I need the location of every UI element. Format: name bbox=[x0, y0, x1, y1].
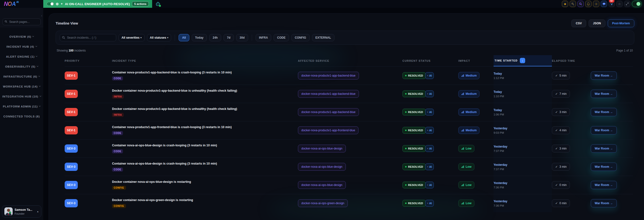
ai-label: AI bbox=[429, 110, 432, 114]
sidebar-item-incident-hub[interactable]: INCIDENT HUB (4) bbox=[0, 42, 43, 52]
check-icon: ✓ bbox=[555, 183, 558, 187]
search-button[interactable] bbox=[578, 1, 584, 7]
time-started-clock: 7:37 PM bbox=[494, 168, 552, 171]
range-filter-all[interactable]: All bbox=[178, 34, 189, 41]
sidebar-item-infrastructure[interactable]: INFRASTRUCTURE (6) bbox=[0, 72, 43, 82]
user-profile-card[interactable]: Samson Ta... Founder ▲ bbox=[2, 206, 41, 218]
time-started-date: Yesterday bbox=[494, 127, 552, 130]
affected-service-chip[interactable]: docker-nova-productv1-app-backend-blue bbox=[298, 90, 359, 98]
affected-service-chip[interactable]: docker-nova-productv1-app-frontend-blue bbox=[298, 126, 358, 134]
json-export-button[interactable]: JSON bbox=[588, 20, 605, 27]
user-name: Samson Ta... bbox=[14, 208, 32, 212]
war-room-button[interactable]: War Room → bbox=[591, 181, 617, 189]
time-started-clock: 1:12 PM bbox=[494, 76, 552, 80]
sidebar-item-overview[interactable]: OVERVIEW (6) bbox=[0, 32, 43, 42]
user-role: Founder bbox=[14, 212, 32, 215]
notifications-button[interactable] bbox=[585, 1, 592, 7]
ai-oncall-toggle[interactable] bbox=[47, 2, 54, 6]
sidebar-search-input[interactable] bbox=[2, 18, 41, 25]
ai-label: AI bbox=[429, 202, 432, 205]
divider bbox=[175, 34, 175, 41]
shortcuts-button[interactable]: 47 bbox=[608, 1, 615, 7]
export-buttons: CSV JSON Post-Mortem bbox=[571, 20, 634, 27]
elapsed-time-pill: ✓7 min bbox=[552, 90, 570, 98]
range-filter-30d[interactable]: 30d bbox=[236, 34, 248, 41]
severity-badge: SEV-3 bbox=[65, 199, 78, 207]
chat-button[interactable] bbox=[601, 1, 607, 7]
war-room-button[interactable]: War Room → bbox=[591, 163, 617, 171]
war-room-button[interactable]: War Room → bbox=[591, 144, 617, 153]
impact-bars-icon bbox=[461, 110, 464, 114]
sidebar-item-label: OBSERVABILITY (5) bbox=[5, 65, 36, 68]
category-filter-infra[interactable]: INFRA bbox=[256, 34, 272, 41]
status-label: RESOLVED bbox=[408, 92, 423, 95]
range-filter-7d[interactable]: 7d bbox=[224, 34, 234, 41]
war-room-button[interactable]: War Room → bbox=[591, 90, 617, 98]
sidebar-item-connected-tools[interactable]: CONNECTED TOOLS (8) bbox=[0, 111, 43, 121]
time-started-date: Yesterday bbox=[494, 145, 552, 148]
sidebar-item-observability[interactable]: OBSERVABILITY (5) bbox=[0, 62, 43, 72]
top-bar: NOA AI ✦ AI ON-CALL ENGINEER (AUTO-RESOL… bbox=[0, 0, 644, 8]
sort-descending-button[interactable]: ↓ bbox=[520, 58, 525, 63]
impact-label: Low bbox=[466, 147, 472, 150]
status-dot bbox=[405, 93, 406, 94]
impact-label: Medium bbox=[466, 92, 476, 96]
time-started-date: Yesterday bbox=[494, 163, 552, 166]
sidebar-item-integration-hub[interactable]: INTEGRATION HUB (10) bbox=[0, 92, 43, 101]
affected-service-chip[interactable]: docker-nova-ai-ops-blue-design bbox=[298, 163, 346, 171]
table-row: SEV-3 Docker container nova-ai-ops-green… bbox=[65, 194, 633, 212]
check-icon: ✓ bbox=[555, 92, 558, 96]
category-filter-code[interactable]: CODE bbox=[274, 34, 289, 41]
power-toggle[interactable] bbox=[632, 1, 642, 7]
status-label: RESOLVED bbox=[408, 74, 423, 77]
sidebar-item-alert-engine[interactable]: ALERT ENGINE (1) bbox=[0, 52, 43, 62]
category-filter-external[interactable]: EXTERNAL bbox=[312, 34, 335, 41]
war-room-button[interactable]: War Room → bbox=[591, 72, 617, 80]
post-mortem-button[interactable]: Post-Mortem bbox=[608, 20, 634, 27]
range-filter-today[interactable]: Today bbox=[192, 34, 207, 41]
time-started-clock: 7:37 PM bbox=[494, 150, 552, 152]
incident-title: Container nova-productv1-app-backend-blu… bbox=[112, 71, 298, 74]
sidebar-item-platform-admin[interactable]: PLATFORM ADMIN (11) bbox=[0, 101, 43, 111]
sidebar-collapse-button[interactable]: ‹ bbox=[41, 14, 42, 18]
header-time-started[interactable]: TIME STARTED↓ bbox=[494, 55, 552, 66]
dropdown-arrow-icon: ▾ bbox=[167, 36, 168, 39]
sidebar-item-label: ALERT ENGINE (1) bbox=[6, 55, 34, 58]
status-badge: RESOLVED bbox=[402, 145, 426, 152]
app-logo[interactable]: NOA AI bbox=[0, 0, 43, 8]
severity-filter-dropdown[interactable]: All severities▾ bbox=[118, 34, 144, 41]
affected-service-chip[interactable]: docker-nova-ai-ops-green-design bbox=[298, 199, 348, 207]
status-filter-dropdown[interactable]: All statuses▾ bbox=[147, 34, 171, 41]
results-summary: Showing 100 incidents Page 1 of 10 bbox=[49, 45, 644, 55]
status-badge: RESOLVED bbox=[402, 127, 426, 134]
ai-assistant-button[interactable] bbox=[152, 0, 164, 8]
csv-export-button[interactable]: CSV bbox=[571, 20, 586, 27]
war-room-button[interactable]: War Room → bbox=[591, 199, 617, 207]
check-icon: ✓ bbox=[555, 147, 558, 150]
war-room-button[interactable]: War Room → bbox=[591, 108, 617, 116]
time-started-clock: 1:10 PM bbox=[494, 95, 552, 98]
incident-category-tag: CODE bbox=[112, 131, 123, 135]
impact-badge: Medium bbox=[458, 72, 480, 79]
range-filter-24h[interactable]: 24h bbox=[209, 34, 221, 41]
category-filter-config[interactable]: CONFIG bbox=[292, 34, 310, 41]
time-started-clock: 7:36 PM bbox=[494, 186, 552, 189]
incident-search-input[interactable] bbox=[60, 34, 116, 41]
affected-service-chip[interactable]: docker-nova-ai-ops-blue-design bbox=[298, 145, 346, 152]
theme-button[interactable] bbox=[593, 1, 599, 7]
ai-label: AI bbox=[429, 74, 432, 77]
star-outline-button[interactable]: ☆ bbox=[616, 1, 622, 7]
status-label: RESOLVED bbox=[408, 129, 423, 132]
ai-badge: AI bbox=[425, 163, 434, 170]
affected-service-chip[interactable]: docker-nova-productv1-app-backend-blue bbox=[298, 72, 359, 80]
actions-count-badge[interactable]: 5 actions bbox=[132, 2, 149, 6]
header-current-status: CURRENT STATUS bbox=[402, 55, 458, 66]
sidebar-item-workspace-hub[interactable]: WORKSPACE HUB (14) bbox=[0, 82, 43, 92]
affected-service-chip[interactable]: docker-nova-productv1-app-backend-blue bbox=[298, 108, 359, 116]
favorite-star-button[interactable]: ★ bbox=[562, 1, 568, 7]
war-room-button[interactable]: War Room → bbox=[591, 126, 617, 134]
affected-service-chip[interactable]: docker-nova-ai-ops-blue-design bbox=[298, 181, 346, 189]
fullscreen-button[interactable] bbox=[624, 1, 630, 7]
access-key-button[interactable] bbox=[570, 1, 576, 7]
banner-status-dot bbox=[56, 3, 58, 5]
